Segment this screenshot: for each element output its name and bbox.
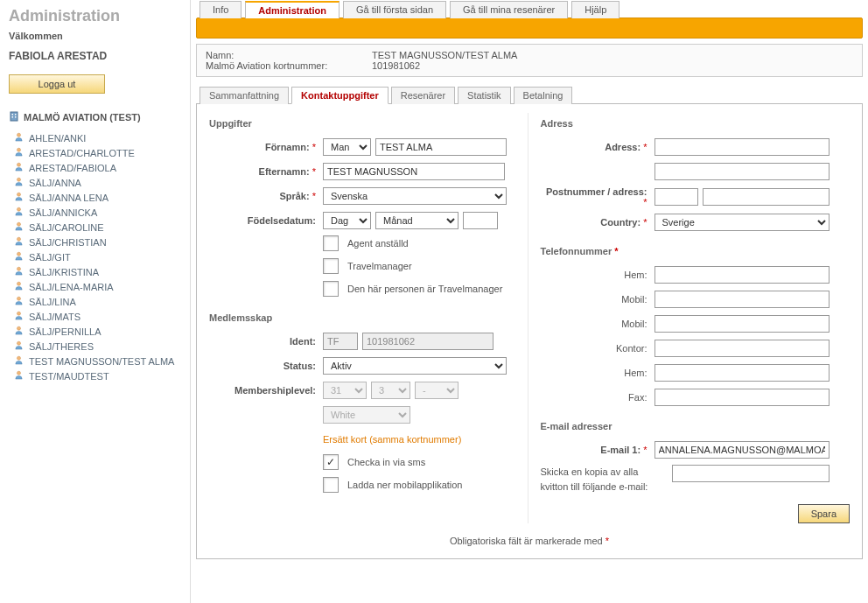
card-label: Malmö Aviation kortnummer:	[206, 60, 372, 71]
email-copy-input[interactable]	[672, 465, 830, 482]
svg-point-21	[17, 371, 20, 375]
top-nav: InfoAdministrationGå till första sidanGå…	[196, 0, 863, 18]
country-select[interactable]: Sverige	[654, 214, 830, 231]
card-value: 101981062	[372, 60, 420, 71]
top-tab[interactable]: Gå till första sidan	[343, 1, 446, 18]
person-tm-checkbox[interactable]	[323, 281, 339, 297]
efternamn-label: Efternamn:	[259, 166, 310, 177]
country-label: Country:	[600, 217, 640, 228]
agent-checkbox[interactable]	[323, 235, 339, 251]
main-content: InfoAdministrationGå till första sidanGå…	[191, 0, 868, 603]
user-name: SÄLJ/KRISTINA	[29, 267, 99, 277]
travelmanager-checkbox[interactable]	[323, 258, 339, 274]
sub-tab[interactable]: Resenärer	[391, 87, 455, 104]
sub-tabs: SammanfattningKontaktuppgifterResenärerS…	[196, 86, 863, 104]
phone-input[interactable]	[654, 291, 830, 308]
svg-point-12	[17, 237, 20, 241]
sub-tab[interactable]: Kontaktuppgifter	[291, 87, 388, 104]
fornamn-input[interactable]	[375, 138, 507, 156]
svg-rect-2	[15, 114, 17, 116]
left-column: Uppgifter Förnamn: * Man Efternamn: *	[209, 113, 519, 523]
phone-input[interactable]	[654, 315, 830, 333]
ident-prefix-input	[323, 333, 358, 350]
content-box: Uppgifter Förnamn: * Man Efternamn: *	[196, 104, 863, 559]
phone-input[interactable]	[654, 340, 830, 357]
sub-tab[interactable]: Statistik	[458, 87, 511, 104]
email1-input[interactable]	[654, 441, 830, 459]
person-icon	[14, 326, 24, 337]
replace-card-link[interactable]: Ersätt kort (samma kortnummer)	[323, 434, 461, 445]
dob-month-select[interactable]: Månad	[375, 212, 458, 229]
user-name: SÄLJ/MATS	[29, 312, 80, 322]
org-header[interactable]: MALMÖ AVIATION (TEST)	[9, 111, 181, 123]
svg-point-14	[17, 267, 20, 270]
adress-input-2[interactable]	[654, 163, 830, 180]
logout-button[interactable]: Logga ut	[9, 74, 105, 94]
person-icon	[14, 355, 24, 367]
top-tab[interactable]: Gå till mina resenärer	[450, 1, 568, 18]
person-tm-label: Den här personen är Travelmanager	[347, 284, 502, 294]
person-icon	[14, 177, 24, 188]
phone-label: Mobil:	[541, 294, 654, 305]
user-name: ARESTAD/FABIOLA	[29, 163, 116, 173]
sidebar-user-item[interactable]: AHLEN/ANKI	[9, 130, 181, 145]
sidebar-user-item[interactable]: TEST/MAUDTEST	[9, 368, 181, 383]
title-select[interactable]: Man	[323, 138, 371, 156]
phone-label: Hem:	[541, 368, 654, 378]
top-tab[interactable]: Info	[200, 1, 242, 18]
sidebar-user-item[interactable]: SÄLJ/LINA	[9, 294, 181, 309]
user-name: SÄLJ/PERNILLA	[29, 326, 102, 337]
sidebar-user-item[interactable]: SÄLJ/LENA-MARIA	[9, 279, 181, 294]
sidebar-user-item[interactable]: SÄLJ/KRISTINA	[9, 264, 181, 279]
phone-label: Fax:	[541, 392, 654, 403]
sub-tab[interactable]: Betalning	[514, 87, 573, 104]
sidebar-user-item[interactable]: SÄLJ/ANNA LENA	[9, 190, 181, 205]
dob-year-input[interactable]	[463, 212, 498, 229]
sidebar-user-item[interactable]: SÄLJ/CHRISTIAN	[9, 235, 181, 249]
dob-day-select[interactable]: Dag	[323, 212, 371, 229]
person-icon	[14, 147, 24, 158]
ident-number-input	[362, 333, 494, 350]
phone-input[interactable]	[654, 389, 830, 406]
orange-bar	[196, 18, 863, 39]
status-label: Status:	[209, 361, 323, 371]
sidebar-user-item[interactable]: SÄLJ/GIT	[9, 249, 181, 264]
sidebar-user-item[interactable]: SÄLJ/ANNICKA	[9, 205, 181, 220]
phone-input[interactable]	[654, 266, 830, 284]
sidebar-user-item[interactable]: SÄLJ/PERNILLA	[9, 324, 181, 339]
phone-input[interactable]	[654, 364, 830, 382]
top-tab[interactable]: Hjälp	[571, 1, 620, 18]
user-name: SÄLJ/THERES	[29, 341, 94, 352]
uppgifter-heading: Uppgifter	[209, 118, 519, 129]
adress-input-1[interactable]	[654, 138, 830, 156]
sidebar-user-item[interactable]: TEST MAGNUSSON/TEST ALMA	[9, 354, 181, 368]
status-select[interactable]: Aktiv	[323, 357, 507, 375]
sidebar-user-item[interactable]: SÄLJ/MATS	[9, 309, 181, 324]
fornamn-label: Förnamn:	[265, 142, 310, 152]
top-tab[interactable]: Administration	[245, 1, 340, 18]
postort-input[interactable]	[703, 188, 830, 206]
sprak-select[interactable]: Svenska	[323, 187, 507, 205]
telefon-heading: Telefonnummer	[541, 246, 612, 256]
svg-point-7	[17, 163, 20, 166]
svg-point-9	[17, 193, 20, 196]
user-name: SÄLJ/ANNA LENA	[29, 193, 108, 203]
svg-rect-0	[10, 112, 18, 121]
svg-point-10	[17, 207, 20, 211]
sidebar-user-item[interactable]: SÄLJ/ANNA	[9, 175, 181, 190]
sidebar-user-item[interactable]: ARESTAD/FABIOLA	[9, 160, 181, 175]
sidebar-user-item[interactable]: SÄLJ/THERES	[9, 339, 181, 354]
save-button[interactable]: Spara	[798, 504, 850, 523]
level-color-select: White	[323, 406, 410, 424]
sidebar-user-item[interactable]: SÄLJ/CAROLINE	[9, 220, 181, 235]
efternamn-input[interactable]	[323, 163, 505, 180]
phone-label: Kontor:	[541, 343, 654, 354]
org-name: MALMÖ AVIATION (TEST)	[24, 112, 141, 123]
postnummer-input[interactable]	[654, 188, 698, 206]
sidebar-user-item[interactable]: ARESTAD/CHARLOTTE	[9, 145, 181, 160]
person-icon	[14, 132, 24, 144]
sms-checkbox[interactable]: ✓	[323, 454, 339, 470]
app-checkbox[interactable]	[323, 477, 339, 493]
user-name: TEST MAGNUSSON/TEST ALMA	[29, 356, 174, 367]
sub-tab[interactable]: Sammanfattning	[200, 87, 289, 104]
